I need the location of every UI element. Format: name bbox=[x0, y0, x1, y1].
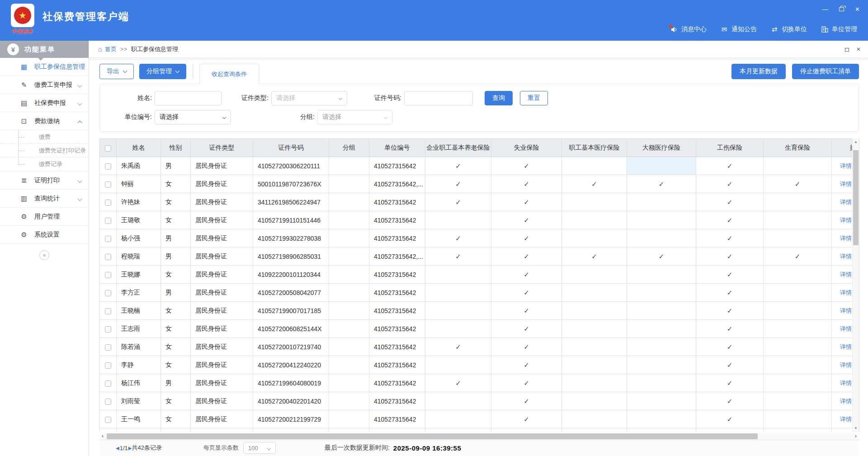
row-checkbox[interactable] bbox=[105, 308, 111, 314]
scroll-right-icon[interactable]: › bbox=[853, 433, 859, 440]
scroll-left-icon[interactable]: ‹ bbox=[99, 433, 106, 440]
restore-button[interactable] bbox=[839, 6, 844, 12]
stop-payment-list-button[interactable]: 停止缴费职工清单 bbox=[792, 64, 859, 79]
table-grid-icon: ▦ bbox=[20, 63, 28, 71]
next-page-button[interactable]: ▶ bbox=[128, 446, 132, 451]
vertical-scroll-thumb[interactable] bbox=[853, 150, 859, 245]
insurance-cell: ✓ bbox=[491, 356, 562, 374]
unit-no-select[interactable]: 请选择 bbox=[155, 110, 231, 124]
group-manage-label: 分组管理 bbox=[146, 67, 172, 76]
row-checkbox[interactable] bbox=[105, 417, 111, 423]
employee-table-wrap: 姓名性别证件类型证件号码分组单位编号企业职工基本养老保险失业保险职工基本医疗保险… bbox=[99, 138, 859, 432]
horizontal-scrollbar[interactable]: ‹ › bbox=[99, 433, 859, 440]
detail-link[interactable]: 详情 bbox=[840, 289, 852, 296]
group-select[interactable]: 请选择 bbox=[317, 110, 392, 124]
sidebar-subitem-voucher-print-records[interactable]: 缴费凭证打印记录 bbox=[0, 144, 89, 157]
row-checkbox[interactable] bbox=[105, 254, 111, 260]
sidebar-item-query-statistics[interactable]: ▥ 查询统计 bbox=[0, 190, 89, 208]
row-checkbox[interactable] bbox=[105, 362, 111, 369]
detail-link[interactable]: 详情 bbox=[840, 180, 852, 187]
prev-page-button[interactable]: ◀ bbox=[116, 446, 119, 451]
detail-link[interactable]: 详情 bbox=[840, 162, 852, 169]
window-controls: — ✕ bbox=[822, 6, 860, 12]
detail-link[interactable]: 详情 bbox=[840, 217, 852, 223]
cell-group bbox=[329, 356, 369, 374]
detail-link[interactable]: 详情 bbox=[840, 235, 852, 242]
cell-unit: 410527315642,... bbox=[369, 247, 425, 266]
nav-unit-management[interactable]: 单位管理 bbox=[821, 25, 857, 33]
detail-link[interactable]: 详情 bbox=[840, 271, 852, 278]
sidebar-item-system-settings[interactable]: ⚙ 系统设置 bbox=[0, 226, 89, 244]
cell-gender: 男 bbox=[161, 157, 191, 175]
panel-restore-button[interactable] bbox=[845, 46, 849, 53]
sidebar-item-certificate-print[interactable]: ≣ 证明打印 bbox=[0, 171, 89, 190]
detail-link[interactable]: 详情 bbox=[840, 199, 852, 205]
name-input[interactable] bbox=[155, 91, 222, 105]
cell-id_no: 410527200212199729 bbox=[253, 410, 329, 428]
row-checkbox[interactable] bbox=[105, 236, 111, 242]
row-checkbox[interactable] bbox=[105, 344, 111, 351]
sidebar-item-social-fee-declaration[interactable]: ▤ 社保费申报 bbox=[0, 94, 89, 112]
row-checkbox[interactable] bbox=[105, 163, 111, 170]
detail-link[interactable]: 详情 bbox=[840, 325, 852, 332]
detail-link[interactable]: 详情 bbox=[840, 416, 852, 423]
export-button[interactable]: 导出 bbox=[99, 64, 134, 79]
nav-message-center[interactable]: 消息中心 bbox=[670, 25, 707, 33]
check-icon: ✓ bbox=[524, 379, 529, 387]
detail-link[interactable]: 详情 bbox=[840, 361, 852, 368]
detail-link[interactable]: 详情 bbox=[840, 380, 852, 386]
group-manage-button[interactable]: 分组管理 bbox=[139, 64, 186, 79]
query-button[interactable]: 查询 bbox=[485, 91, 513, 105]
reset-button[interactable]: 重置 bbox=[520, 91, 548, 105]
sidebar-item-wage-declaration[interactable]: ✎ 缴费工资申报 bbox=[0, 76, 89, 94]
select-all-checkbox[interactable] bbox=[105, 145, 111, 152]
insurance-cell bbox=[425, 410, 491, 428]
nav-notices[interactable]: ✉ 通知公告 bbox=[720, 25, 757, 33]
insurance-cell: ✓ bbox=[696, 392, 764, 410]
nav-switch-unit[interactable]: ⇄ 切换单位 bbox=[770, 25, 807, 33]
sidebar-subitem-pay[interactable]: 缴费 bbox=[0, 130, 89, 144]
detail-link[interactable]: 详情 bbox=[840, 398, 852, 404]
sidebar-item-label: 职工参保信息管理 bbox=[34, 63, 85, 71]
sidebar-item-user-management[interactable]: ⚙ 用户管理 bbox=[0, 208, 89, 226]
sidebar-collapse-button[interactable]: « bbox=[39, 250, 49, 260]
scroll-up-icon[interactable]: ▲ bbox=[853, 138, 859, 146]
monthly-update-button[interactable]: 本月更新数据 bbox=[731, 64, 786, 79]
id-type-select[interactable]: 请选择 bbox=[271, 91, 347, 105]
insurance-cell bbox=[562, 302, 627, 320]
row-checkbox[interactable] bbox=[105, 272, 111, 278]
id-no-input[interactable] bbox=[404, 91, 473, 105]
insurance-cell bbox=[627, 302, 696, 320]
detail-link[interactable]: 详情 bbox=[840, 307, 852, 314]
close-button[interactable]: ✕ bbox=[855, 6, 860, 12]
row-checkbox[interactable] bbox=[105, 399, 111, 405]
scroll-down-icon[interactable]: ▼ bbox=[853, 425, 859, 432]
titlebar: — ✕ ★ 中国税务 社保费管理客户端 消息中心 ✉ bbox=[0, 0, 868, 41]
detail-link[interactable]: 详情 bbox=[840, 253, 852, 260]
insurance-cell bbox=[562, 211, 627, 229]
horizontal-scroll-thumb[interactable] bbox=[107, 433, 758, 439]
cell-id_no: 410527199007017185 bbox=[253, 302, 329, 320]
cell-id_type: 居民身份证 bbox=[191, 247, 253, 266]
row-checkbox[interactable] bbox=[105, 218, 111, 224]
breadcrumb-home-link[interactable]: 首页 bbox=[105, 45, 117, 53]
per-page-select[interactable]: 100 bbox=[243, 442, 276, 454]
sidebar-subitem-payment-records[interactable]: 缴费记录 bbox=[0, 157, 89, 171]
row-checkbox[interactable] bbox=[105, 200, 111, 206]
insurance-cell bbox=[764, 266, 832, 284]
sidebar-item-employee-insurance-info[interactable]: ▦ 职工参保信息管理 bbox=[0, 58, 89, 76]
sidebar-item-fee-payment[interactable]: ⊡ 费款缴纳 bbox=[0, 112, 89, 130]
sidebar-title: 功能菜单 bbox=[24, 45, 55, 54]
cell-name: 杨江伟 bbox=[117, 374, 161, 392]
row-checkbox[interactable] bbox=[105, 290, 111, 296]
minimize-button[interactable]: — bbox=[822, 6, 828, 12]
row-checkbox[interactable] bbox=[105, 181, 111, 188]
detail-link[interactable]: 详情 bbox=[840, 343, 852, 350]
table-row: 钟丽女居民身份证50010119870723676X410527315642,.… bbox=[100, 175, 859, 193]
row-checkbox[interactable] bbox=[105, 380, 111, 387]
insurance-cell: ✓ bbox=[696, 374, 764, 392]
collapse-query-tab[interactable]: 收起查询条件 bbox=[199, 64, 259, 84]
panel-close-button[interactable]: ✕ bbox=[856, 46, 861, 52]
row-checkbox[interactable] bbox=[105, 326, 111, 332]
vertical-scrollbar[interactable]: ▲ ▼ bbox=[852, 138, 859, 432]
